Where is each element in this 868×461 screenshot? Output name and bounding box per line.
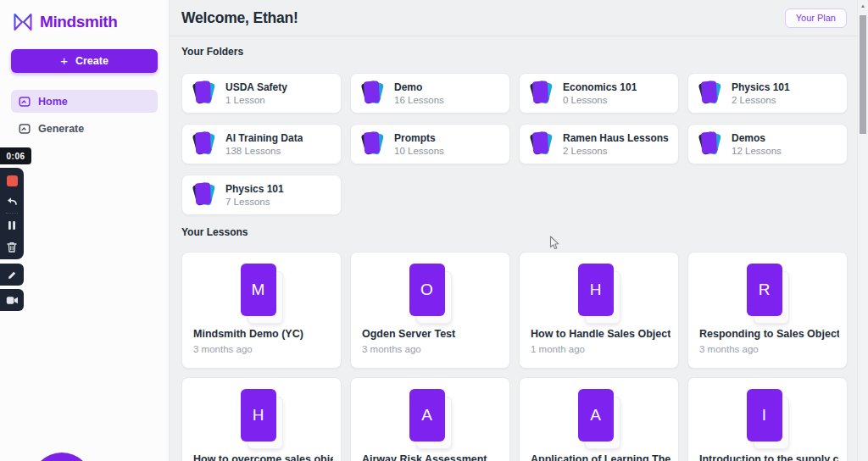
folder-stack-icon (359, 78, 386, 108)
lesson-thumbnail: I (747, 389, 782, 442)
lesson-card[interactable]: O Ogden Server Test 3 months ago (350, 252, 510, 369)
stop-record-button[interactable] (7, 175, 18, 186)
folder-stack-icon (527, 129, 554, 159)
lesson-timestamp: 3 months ago (193, 344, 253, 354)
folder-name: Demos (732, 132, 782, 144)
pen-tool-button[interactable] (0, 264, 24, 286)
folder-stack-icon (359, 129, 386, 159)
folder-name: AI Training Data (225, 132, 303, 144)
folder-stack-icon (696, 78, 723, 108)
lesson-thumbnail: H (241, 389, 276, 442)
video-camera-icon (6, 296, 19, 305)
lesson-title: How to overcome sales objec... (193, 453, 333, 461)
lesson-thumbnail: R (747, 264, 782, 316)
pen-icon (7, 269, 18, 280)
lesson-title: Application of Learning Theo... (531, 453, 670, 461)
screen-icon (19, 96, 31, 108)
camera-toggle-button[interactable] (0, 289, 24, 311)
folder-name: Economics 101 (563, 81, 637, 93)
folders-section-title: Your Folders (181, 46, 243, 58)
sidebar-item-generate[interactable]: Generate (11, 117, 158, 140)
toolbar-divider (6, 213, 18, 214)
folder-stack-icon (696, 129, 723, 159)
folder-name: Demo (394, 81, 444, 93)
folder-card[interactable]: USDA Safety 1 Lesson (181, 73, 342, 114)
brand-logo: Mindsmith (0, 0, 169, 33)
folder-lesson-count: 2 Lessons (563, 146, 669, 156)
folder-lesson-count: 16 Lessons (394, 95, 444, 105)
folder-card[interactable]: Demos 12 Lessons (687, 124, 848, 164)
folder-stack-icon (527, 78, 554, 108)
folder-card[interactable]: Prompts 10 Lessons (350, 124, 510, 164)
lesson-timestamp: 3 months ago (699, 344, 759, 354)
folder-card[interactable]: Physics 101 7 Lessons (181, 175, 342, 215)
lesson-card[interactable]: H How to overcome sales objec... (181, 377, 342, 461)
sidebar-item-label: Home (38, 96, 68, 108)
lesson-thumbnail: M (241, 264, 276, 316)
folder-name: Physics 101 (225, 183, 284, 195)
main-content: Welcome, Ethan! Your Plan Your Folders U… (170, 0, 868, 461)
mindsmith-dashboard: Mindsmith + Create Home Generate (0, 0, 868, 461)
folder-lesson-count: 10 Lessons (394, 146, 444, 156)
folder-stack-icon (190, 129, 217, 159)
folder-name: Ramen Haus Lessons (563, 132, 669, 144)
lesson-title: Airway Risk Assessment (362, 453, 502, 461)
create-button-label: Create (75, 55, 108, 67)
folder-lesson-count: 1 Lesson (225, 95, 287, 105)
vertical-scrollbar[interactable]: ▲ (857, 0, 868, 461)
lesson-timestamp: 3 months ago (362, 344, 421, 354)
recorder-toolbar (0, 168, 24, 259)
lesson-card[interactable]: A Airway Risk Assessment (350, 377, 510, 461)
lesson-thumbnail: O (409, 264, 445, 316)
delete-recording-button[interactable] (5, 240, 19, 253)
pause-button[interactable] (5, 219, 19, 232)
folder-card[interactable]: Physics 101 2 Lessons (687, 73, 848, 114)
folder-lesson-count: 7 Lessons (225, 197, 284, 207)
main-header: Welcome, Ethan! Your Plan (170, 0, 868, 36)
pause-icon (8, 220, 16, 230)
brand-name: Mindsmith (40, 13, 117, 31)
your-plan-button[interactable]: Your Plan (785, 8, 847, 28)
lesson-title: Mindsmith Demo (YC) (193, 328, 333, 340)
scroll-up-arrow[interactable]: ▲ (858, 0, 868, 12)
lessons-section-title: Your Lessons (181, 226, 248, 238)
folders-grid: USDA Safety 1 Lesson Demo 16 Lessons Eco… (181, 73, 848, 215)
folder-stack-icon (190, 78, 217, 108)
folder-lesson-count: 2 Lessons (732, 95, 790, 105)
sidebar-item-label: Generate (38, 123, 84, 135)
folder-card[interactable]: AI Training Data 138 Lessons (181, 124, 342, 164)
lesson-thumbnail: A (409, 389, 445, 442)
recording-timer: 0:06 (0, 147, 31, 164)
lesson-card[interactable]: A Application of Learning Theo... (519, 377, 679, 461)
sidebar-nav: Home Generate (0, 90, 169, 140)
folder-card[interactable]: Economics 101 0 Lessons (519, 73, 679, 114)
create-button[interactable]: + Create (11, 49, 158, 73)
trash-icon (7, 242, 17, 253)
lesson-card[interactable]: M Mindsmith Demo (YC) 3 months ago (181, 252, 342, 369)
folder-card[interactable]: Ramen Haus Lessons 2 Lessons (519, 124, 679, 164)
scrollbar-thumb[interactable] (860, 15, 866, 134)
undo-button[interactable] (5, 194, 19, 208)
plus-icon: + (60, 54, 68, 67)
folder-lesson-count: 0 Lessons (563, 95, 637, 105)
mindsmith-logo-icon (12, 11, 34, 33)
lesson-title: Responding to Sales Objections (699, 328, 839, 340)
lesson-timestamp: 1 month ago (531, 344, 585, 354)
folder-lesson-count: 138 Lessons (225, 146, 303, 156)
lesson-thumbnail: H (578, 264, 614, 316)
lesson-card[interactable]: R Responding to Sales Objections 3 month… (687, 252, 848, 369)
folder-card[interactable]: Demo 16 Lessons (350, 73, 510, 114)
folder-name: USDA Safety (225, 81, 287, 93)
sidebar: Mindsmith + Create Home Generate (0, 0, 170, 461)
folder-name: Prompts (394, 132, 444, 144)
folder-name: Physics 101 (732, 81, 790, 93)
lesson-card[interactable]: I Introduction to the supply cu... (687, 377, 848, 461)
lesson-card[interactable]: H How to Handle Sales Objectio... 1 mont… (519, 252, 679, 369)
lessons-grid: M Mindsmith Demo (YC) 3 months ago O Ogd… (181, 252, 848, 461)
lesson-title: Ogden Server Test (362, 328, 502, 340)
lesson-title: How to Handle Sales Objectio... (531, 328, 670, 340)
lesson-thumbnail: A (578, 389, 614, 442)
folder-stack-icon (190, 180, 217, 210)
lesson-title: Introduction to the supply cu... (699, 453, 839, 461)
sidebar-item-home[interactable]: Home (11, 90, 158, 113)
